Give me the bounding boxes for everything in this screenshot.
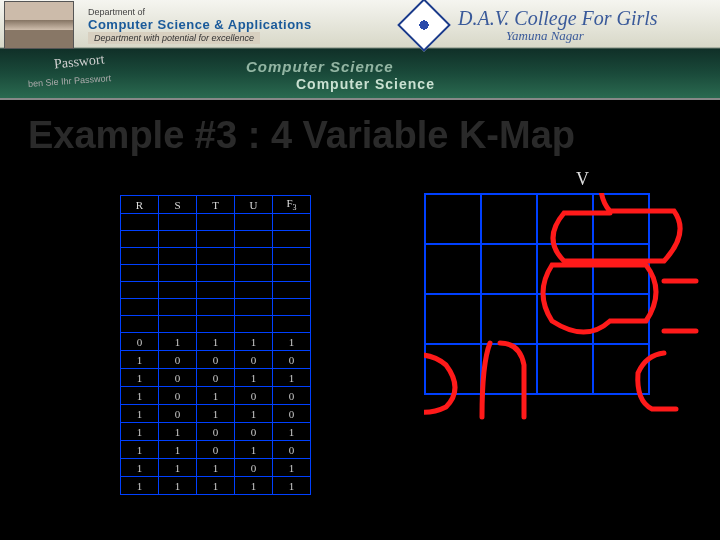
truth-cell: 0 bbox=[159, 369, 197, 387]
college-logo-icon bbox=[397, 0, 451, 52]
truth-cell bbox=[273, 231, 311, 248]
truth-cell bbox=[159, 316, 197, 333]
truth-cell bbox=[197, 231, 235, 248]
truth-cell bbox=[273, 214, 311, 231]
truth-cell: 1 bbox=[159, 441, 197, 459]
truth-cell bbox=[121, 282, 159, 299]
kmap-row bbox=[425, 194, 649, 244]
truth-cell: 1 bbox=[197, 405, 235, 423]
truth-header: U bbox=[235, 196, 273, 214]
truth-cell: 1 bbox=[197, 333, 235, 351]
group-off-right bbox=[664, 281, 696, 331]
truth-cell bbox=[235, 316, 273, 333]
truth-cell bbox=[197, 265, 235, 282]
kmap-row bbox=[425, 344, 649, 394]
truth-cell: 1 bbox=[273, 459, 311, 477]
slide-content: RSTUF3 011111000010011101001011011001110… bbox=[0, 175, 720, 540]
truth-cell: 0 bbox=[159, 387, 197, 405]
kmap-cell bbox=[425, 194, 481, 244]
kmap-row bbox=[425, 294, 649, 344]
truth-table: RSTUF3 011111000010011101001011011001110… bbox=[120, 195, 311, 495]
truth-cell: 0 bbox=[197, 423, 235, 441]
truth-cell bbox=[121, 214, 159, 231]
kmap-cell bbox=[425, 294, 481, 344]
table-row: 01111 bbox=[121, 333, 311, 351]
building-photo bbox=[4, 1, 74, 49]
dept-line3: Department with potential for excellence bbox=[88, 32, 260, 44]
truth-cell: 1 bbox=[197, 477, 235, 495]
truth-cell: 0 bbox=[197, 441, 235, 459]
truth-cell: 1 bbox=[121, 369, 159, 387]
truth-cell: 1 bbox=[159, 459, 197, 477]
banner-top: Department of Computer Science & Applica… bbox=[0, 0, 720, 50]
department-block: Department of Computer Science & Applica… bbox=[88, 7, 312, 44]
kmap-cell bbox=[481, 344, 537, 394]
truth-cell bbox=[197, 299, 235, 316]
table-row: 10011 bbox=[121, 369, 311, 387]
truth-cell bbox=[235, 214, 273, 231]
truth-cell: 1 bbox=[121, 441, 159, 459]
truth-cell: 1 bbox=[121, 351, 159, 369]
kmap-cell bbox=[537, 194, 593, 244]
truth-cell bbox=[159, 299, 197, 316]
table-row: 10100 bbox=[121, 387, 311, 405]
table-row: 11101 bbox=[121, 459, 311, 477]
truth-cell bbox=[159, 282, 197, 299]
table-row-blank bbox=[121, 231, 311, 248]
truth-cell: 0 bbox=[235, 351, 273, 369]
cs-watermark-1: Computer Science bbox=[246, 58, 394, 75]
truth-cell bbox=[121, 316, 159, 333]
truth-cell bbox=[121, 231, 159, 248]
truth-cell: 1 bbox=[121, 423, 159, 441]
truth-cell: 0 bbox=[235, 387, 273, 405]
truth-cell bbox=[273, 316, 311, 333]
truth-cell: 1 bbox=[273, 423, 311, 441]
truth-cell bbox=[273, 248, 311, 265]
truth-cell: 1 bbox=[235, 441, 273, 459]
truth-cell: 0 bbox=[273, 405, 311, 423]
kmap-cell bbox=[593, 294, 649, 344]
truth-cell bbox=[197, 214, 235, 231]
truth-cell: 0 bbox=[159, 351, 197, 369]
truth-cell bbox=[273, 265, 311, 282]
table-row-blank bbox=[121, 214, 311, 231]
truth-cell bbox=[197, 316, 235, 333]
truth-cell: 1 bbox=[273, 369, 311, 387]
truth-cell: 1 bbox=[159, 333, 197, 351]
dept-line1: Department of bbox=[88, 7, 312, 17]
kmap-cell bbox=[593, 194, 649, 244]
kmap-cell bbox=[537, 244, 593, 294]
truth-cell: 0 bbox=[197, 351, 235, 369]
kmap-var-top: V bbox=[576, 169, 589, 190]
truth-cell bbox=[159, 231, 197, 248]
truth-cell: 1 bbox=[197, 387, 235, 405]
truth-header: F3 bbox=[273, 196, 311, 214]
truth-cell: 0 bbox=[273, 387, 311, 405]
kmap-cell bbox=[425, 344, 481, 394]
college-line2: Yamuna Nagar bbox=[506, 29, 658, 43]
truth-header: R bbox=[121, 196, 159, 214]
truth-cell bbox=[197, 282, 235, 299]
truth-cell bbox=[159, 265, 197, 282]
kmap-grid bbox=[424, 193, 650, 395]
truth-cell: 0 bbox=[235, 459, 273, 477]
table-row-blank bbox=[121, 299, 311, 316]
truth-cell: 1 bbox=[159, 477, 197, 495]
truth-cell: 0 bbox=[197, 369, 235, 387]
truth-cell: 1 bbox=[273, 477, 311, 495]
truth-cell: 1 bbox=[235, 405, 273, 423]
truth-cell bbox=[273, 299, 311, 316]
truth-cell bbox=[121, 299, 159, 316]
table-row-blank bbox=[121, 265, 311, 282]
truth-cell bbox=[273, 282, 311, 299]
kmap-container: V bbox=[424, 193, 650, 395]
college-line1: D.A.V. College For Girls bbox=[458, 7, 658, 29]
table-row-blank bbox=[121, 248, 311, 265]
truth-cell bbox=[159, 248, 197, 265]
truth-cell bbox=[235, 248, 273, 265]
truth-cell: 1 bbox=[121, 387, 159, 405]
truth-cell: 0 bbox=[159, 405, 197, 423]
table-row: 11001 bbox=[121, 423, 311, 441]
table-row-blank bbox=[121, 316, 311, 333]
dept-line2: Computer Science & Applications bbox=[88, 17, 312, 32]
